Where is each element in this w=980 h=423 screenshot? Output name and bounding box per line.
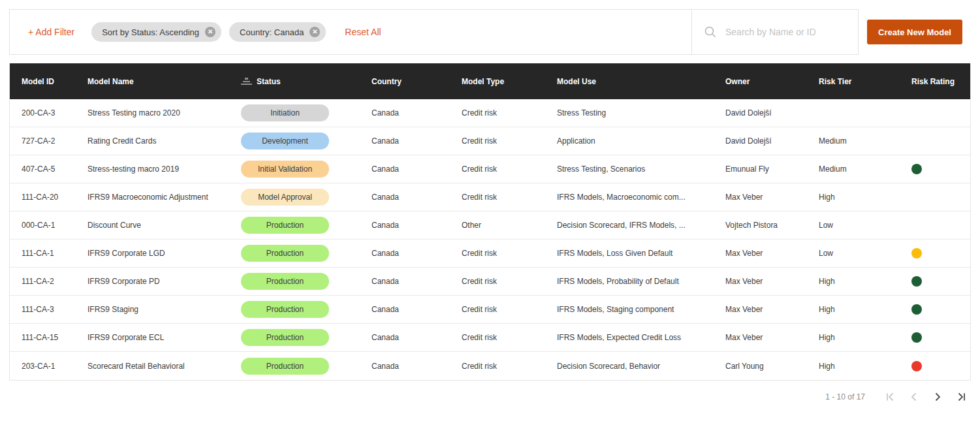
cell-owner: Emunual Fly: [725, 164, 819, 174]
reset-all-button[interactable]: Reset All: [345, 27, 381, 37]
status-badge: Production: [241, 245, 329, 262]
cell-risk-tier: Low: [819, 221, 911, 230]
previous-page-icon[interactable]: [909, 392, 919, 402]
risk-rating-dot: [911, 248, 922, 258]
cell-model-use: Application: [557, 136, 725, 146]
cell-country: Canada: [371, 221, 462, 230]
cell-model-use: IFRS Models, Probability of Default: [557, 277, 725, 286]
models-page: + Add Filter Sort by Status: Ascending ✕…: [0, 0, 980, 422]
cell-model-use: IFRS Models, Loss Given Default: [557, 249, 725, 258]
cell-model-id: 111-CA-15: [22, 333, 87, 342]
cell-model-id: 111-CA-20: [22, 193, 87, 202]
column-header-model-type[interactable]: Model Type: [462, 77, 557, 86]
cell-model-type: Credit risk: [462, 193, 557, 202]
risk-rating-dot: [911, 304, 922, 315]
cell-status: Production: [241, 217, 371, 234]
cell-owner: Carl Young: [725, 362, 819, 371]
cell-model-use: IFRS Models, Expected Credit Loss: [557, 333, 725, 342]
cell-status: Production: [241, 301, 371, 318]
table-row[interactable]: 200-CA-3 Stress Testing macro 2020 Initi…: [10, 99, 970, 127]
cell-model-type: Other: [462, 221, 557, 230]
column-header-model-id[interactable]: Model ID: [22, 77, 87, 86]
chip-close-icon[interactable]: ✕: [309, 27, 320, 37]
status-badge: Model Approval: [241, 189, 329, 206]
cell-country: Canada: [371, 305, 462, 314]
cell-risk-tier: High: [819, 193, 911, 202]
column-header-risk-rating[interactable]: Risk Rating: [911, 77, 970, 86]
cell-status: Production: [241, 273, 371, 290]
cell-model-use: Stress Testing, Scenarios: [557, 164, 725, 174]
filter-chip-sort-status[interactable]: Sort by Status: Ascending ✕: [91, 22, 221, 42]
column-header-model-name[interactable]: Model Name: [87, 77, 241, 86]
cell-model-use: IFRS Models, Macroeconomic com...: [557, 193, 725, 202]
cell-status: Development: [241, 133, 371, 149]
sort-ascending-icon: [241, 78, 252, 85]
cell-model-name: Rating Credit Cards: [87, 136, 241, 146]
filter-chip-label: Sort by Status: Ascending: [102, 27, 199, 37]
table-row[interactable]: 203-CA-1 Scorecard Retail Behavioral Pro…: [10, 352, 970, 380]
cell-country: Canada: [371, 333, 462, 342]
cell-model-type: Credit risk: [462, 362, 557, 371]
cell-model-use: Stress Testing: [557, 108, 725, 118]
filter-chips: Sort by Status: Ascending ✕ Country: Can…: [91, 22, 326, 42]
filter-chip-country[interactable]: Country: Canada ✕: [229, 22, 326, 42]
cell-model-type: Credit risk: [462, 164, 557, 174]
status-badge: Development: [241, 133, 329, 149]
risk-rating-dot: [911, 164, 922, 174]
status-badge: Production: [241, 329, 329, 346]
create-new-model-button[interactable]: Create New Model: [867, 20, 962, 44]
cell-risk-tier: High: [819, 333, 911, 342]
risk-rating-dot: [911, 332, 922, 343]
cell-status: Production: [241, 358, 371, 375]
cell-model-name: IFRS9 Staging: [87, 305, 241, 314]
table-row[interactable]: 407-CA-5 Stress-testing macro 2019 Initi…: [10, 155, 970, 183]
cell-owner: Max Veber: [725, 305, 819, 314]
first-page-icon[interactable]: [885, 392, 896, 402]
cell-model-type: Credit risk: [462, 108, 557, 118]
cell-status: Initiation: [241, 104, 371, 121]
column-header-owner[interactable]: Owner: [725, 77, 819, 86]
cell-model-type: Credit risk: [462, 136, 557, 146]
cell-model-id: 111-CA-2: [22, 277, 87, 286]
cell-risk-rating: [911, 332, 970, 343]
add-filter-button[interactable]: + Add Filter: [28, 27, 74, 37]
cell-risk-tier: Medium: [819, 136, 911, 146]
table-row[interactable]: 111-CA-20 IFRS9 Macroeconomic Adjustment…: [10, 183, 970, 212]
cell-model-id: 000-CA-1: [22, 221, 87, 230]
models-table: Model ID Model Name Status Country Model…: [9, 63, 971, 381]
table-row[interactable]: 111-CA-2 IFRS9 Corporate PD Production C…: [10, 268, 970, 296]
cell-model-name: IFRS9 Corporate PD: [87, 277, 241, 286]
table-row[interactable]: 111-CA-3 IFRS9 Staging Production Canada…: [10, 296, 970, 324]
cell-risk-rating: [911, 304, 970, 315]
table-row[interactable]: 111-CA-1 IFRS9 Corporate LGD Production …: [10, 240, 970, 268]
column-header-model-use[interactable]: Model Use: [557, 77, 725, 86]
column-header-status[interactable]: Status: [241, 77, 371, 86]
cell-risk-tier: High: [819, 362, 911, 371]
cell-model-use: IFRS Models, Staging component: [557, 305, 725, 314]
search-input[interactable]: [724, 26, 851, 38]
chip-close-icon[interactable]: ✕: [205, 27, 215, 37]
cell-model-id: 727-CA-2: [22, 136, 87, 146]
cell-model-name: Stress-testing macro 2019: [87, 164, 241, 174]
cell-model-id: 203-CA-1: [22, 362, 87, 371]
table-row[interactable]: 111-CA-15 IFRS9 Corporate ECL Production…: [10, 324, 970, 352]
cell-model-type: Credit risk: [462, 249, 557, 258]
table-row[interactable]: 727-CA-2 Rating Credit Cards Development…: [10, 127, 970, 155]
column-header-country[interactable]: Country: [371, 77, 462, 86]
cell-status: Production: [241, 329, 371, 346]
last-page-icon[interactable]: [956, 392, 967, 402]
cell-model-name: IFRS9 Macroeconomic Adjustment: [87, 193, 241, 202]
cell-owner: David Dolejší: [725, 108, 819, 118]
cell-owner: Max Veber: [725, 277, 819, 286]
cell-risk-rating: [911, 276, 970, 287]
cell-status: Model Approval: [241, 189, 371, 206]
cell-model-id: 111-CA-1: [22, 249, 87, 258]
next-page-icon[interactable]: [932, 392, 943, 402]
column-header-risk-tier[interactable]: Risk Tier: [819, 77, 911, 86]
cell-model-id: 200-CA-3: [22, 108, 87, 118]
cell-country: Canada: [371, 249, 462, 258]
table-row[interactable]: 000-CA-1 Discount Curve Production Canad…: [10, 212, 970, 240]
cell-country: Canada: [371, 164, 462, 174]
cell-status: Production: [241, 245, 371, 262]
cell-model-use: Decision Scorecard, IFRS Models, ...: [557, 221, 725, 230]
